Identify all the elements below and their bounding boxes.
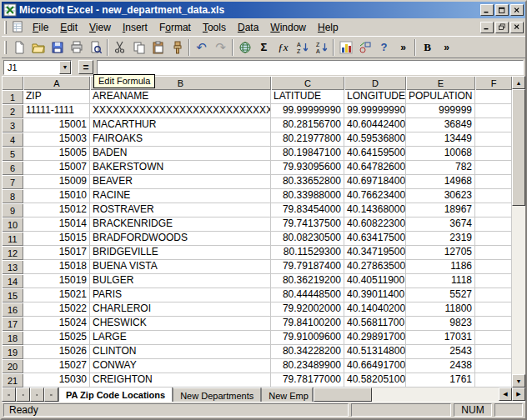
cell-A4[interactable]: 15003 — [23, 132, 90, 147]
cell-A12[interactable]: 15017 — [23, 246, 90, 260]
row-header-4[interactable]: 4 — [2, 132, 23, 147]
cell-F15[interactable] — [475, 288, 512, 302]
sheet-tab-1[interactable]: PA Zip Code Locations — [58, 388, 173, 402]
cell-D17[interactable]: 40.56811700 — [344, 317, 406, 331]
cell-F12[interactable] — [475, 246, 512, 260]
redo-icon[interactable]: ↷ — [211, 38, 230, 57]
col-header-A[interactable]: A — [23, 76, 90, 90]
cell-E13[interactable]: 1186 — [406, 260, 475, 274]
scroll-right-icon[interactable]: ▶ — [512, 388, 525, 401]
cell-E7[interactable]: 14968 — [406, 175, 475, 189]
cell-C15[interactable]: 80.44448500 — [271, 288, 344, 302]
cell-B4[interactable]: FAIROAKS — [90, 132, 271, 147]
cell-C1[interactable]: LATITUDE — [271, 90, 344, 104]
cell-C2[interactable]: 99.99999990 — [271, 104, 344, 118]
row-header-10[interactable]: 10 — [2, 218, 23, 232]
save-icon[interactable] — [48, 38, 67, 57]
new-workbook-icon[interactable] — [9, 38, 28, 57]
row-header-13[interactable]: 13 — [2, 260, 23, 274]
cell-F11[interactable] — [475, 232, 512, 246]
cell-F16[interactable] — [475, 302, 512, 317]
cell-B5[interactable]: BADEN — [90, 147, 271, 161]
paste-icon[interactable] — [148, 38, 168, 57]
cell-E16[interactable]: 11800 — [406, 302, 475, 317]
cell-A7[interactable]: 15009 — [23, 175, 90, 189]
workbook-close-button[interactable] — [510, 22, 524, 33]
cell-F21[interactable] — [475, 373, 512, 388]
cell-B2[interactable]: XXXXXXXXXXXXXXXXXXXXXXXXXXXXXXXX — [90, 104, 271, 118]
name-box[interactable]: J1 ▼ — [3, 60, 72, 75]
cell-A16[interactable]: 15022 — [23, 302, 90, 317]
minimize-button[interactable] — [480, 4, 494, 16]
cell-D10[interactable]: 40.60822300 — [344, 218, 406, 232]
cell-E21[interactable]: 1761 — [406, 373, 475, 388]
select-all-corner[interactable] — [2, 76, 23, 90]
cell-F20[interactable] — [475, 359, 512, 373]
scroll-left-icon[interactable]: ◀ — [499, 388, 512, 401]
sort-ascending-icon[interactable]: AZ — [293, 38, 312, 57]
cut-icon[interactable] — [110, 38, 129, 57]
cell-C10[interactable]: 79.74137500 — [271, 218, 344, 232]
cell-D3[interactable]: 40.60442400 — [344, 118, 406, 132]
cell-B10[interactable]: BRACKENRIDGE — [90, 218, 271, 232]
next-sheet-button[interactable] — [30, 388, 44, 402]
cell-B15[interactable]: PARIS — [90, 288, 271, 302]
undo-icon[interactable]: ↶ — [192, 38, 211, 57]
cell-A18[interactable]: 15025 — [23, 331, 90, 345]
col-header-C[interactable]: C — [271, 76, 344, 90]
horizontal-scrollbar[interactable]: ◀ ▶ — [313, 388, 525, 402]
cell-A6[interactable]: 15007 — [23, 161, 90, 175]
cell-F6[interactable] — [475, 161, 512, 175]
cell-E18[interactable]: 17031 — [406, 331, 475, 345]
print-preview-icon[interactable] — [86, 38, 105, 57]
cell-F17[interactable] — [475, 317, 512, 331]
row-header-11[interactable]: 11 — [2, 232, 23, 246]
cell-A9[interactable]: 15012 — [23, 203, 90, 218]
chart-wizard-icon[interactable] — [336, 38, 355, 57]
cell-B1[interactable]: AREANAME — [90, 90, 271, 104]
row-header-15[interactable]: 15 — [2, 288, 23, 302]
autosum-icon[interactable]: Σ — [254, 38, 274, 57]
cell-A19[interactable]: 15026 — [23, 345, 90, 359]
first-sheet-button[interactable] — [2, 388, 16, 402]
row-header-12[interactable]: 12 — [2, 246, 23, 260]
cell-F18[interactable] — [475, 331, 512, 345]
more-buttons2-icon[interactable]: » — [437, 38, 456, 57]
copy-icon[interactable] — [129, 38, 148, 57]
edit-formula-button[interactable]: = — [78, 60, 93, 74]
cell-F9[interactable] — [475, 203, 512, 218]
insert-hyperlink-icon[interactable] — [235, 38, 254, 57]
cell-E5[interactable]: 10068 — [406, 147, 475, 161]
cell-B7[interactable]: BEAVER — [90, 175, 271, 189]
cell-D5[interactable]: 40.64159500 — [344, 147, 406, 161]
open-icon[interactable] — [28, 38, 48, 57]
cell-A3[interactable]: 15001 — [23, 118, 90, 132]
cell-B16[interactable]: CHARLEROI — [90, 302, 271, 317]
cell-C7[interactable]: 80.33652800 — [271, 175, 344, 189]
row-header-18[interactable]: 18 — [2, 331, 23, 345]
row-header-14[interactable]: 14 — [2, 274, 23, 288]
cell-B6[interactable]: BAKERSTOWN — [90, 161, 271, 175]
cell-A8[interactable]: 15010 — [23, 189, 90, 203]
cell-E3[interactable]: 36849 — [406, 118, 475, 132]
cell-D19[interactable]: 40.51314800 — [344, 345, 406, 359]
cell-A13[interactable]: 15018 — [23, 260, 90, 274]
cell-A14[interactable]: 15019 — [23, 274, 90, 288]
cell-B3[interactable]: MACARTHUR — [90, 118, 271, 132]
sheet-tab-2[interactable]: New Departments — [173, 388, 261, 402]
cell-A5[interactable]: 15005 — [23, 147, 90, 161]
cell-E6[interactable]: 782 — [406, 161, 475, 175]
cell-A1[interactable]: ZIP — [23, 90, 90, 104]
maximize-button[interactable] — [495, 4, 509, 16]
cell-C3[interactable]: 80.28156700 — [271, 118, 344, 132]
cell-D8[interactable]: 40.76623400 — [344, 189, 406, 203]
paste-function-icon[interactable]: ƒx — [274, 38, 293, 57]
horizontal-scroll-thumb[interactable] — [314, 388, 372, 402]
cell-D9[interactable]: 40.14368000 — [344, 203, 406, 218]
cell-D2[interactable]: 99.99999990 — [344, 104, 406, 118]
cell-E1[interactable]: POPULATION — [406, 90, 475, 104]
cell-F2[interactable] — [475, 104, 512, 118]
scroll-down-icon[interactable]: ▼ — [512, 374, 525, 388]
cell-E19[interactable]: 2543 — [406, 345, 475, 359]
cell-C14[interactable]: 80.36219200 — [271, 274, 344, 288]
